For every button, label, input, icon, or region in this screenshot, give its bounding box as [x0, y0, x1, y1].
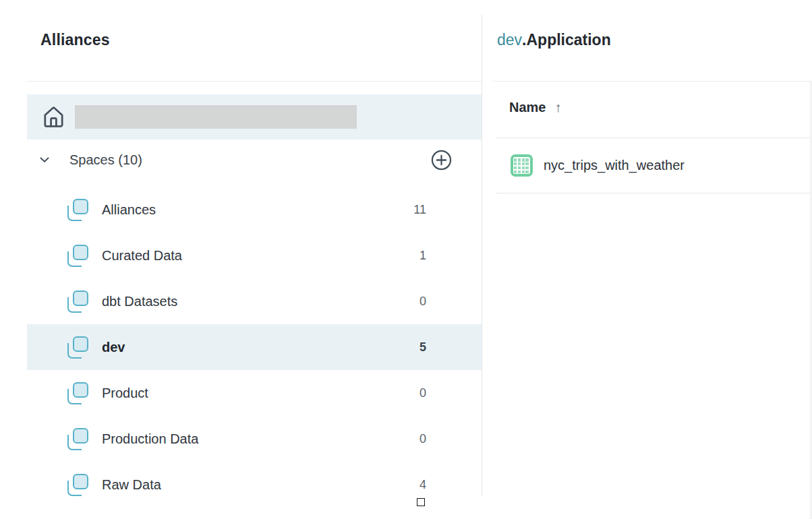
space-icon [67, 245, 88, 267]
space-count: 4 [419, 478, 426, 492]
home-icon [40, 104, 67, 130]
space-row-curated-data[interactable]: Curated Data 1 [27, 233, 482, 278]
spaces-section-label[interactable]: Spaces (10) [69, 152, 142, 168]
sort-ascending-icon: ↑ [554, 100, 561, 115]
space-count: 11 [413, 203, 426, 217]
breadcrumb-entity: Application [526, 31, 610, 49]
space-row-production-data[interactable]: Production Data 0 [27, 416, 482, 462]
stray-square-artifact [417, 498, 425, 506]
space-name: dbt Datasets [102, 294, 177, 309]
space-count: 0 [419, 386, 426, 400]
chevron-down-icon[interactable] [36, 152, 53, 168]
name-column-header[interactable]: Name ↑ [509, 100, 561, 115]
space-row-dev[interactable]: dev 5 [27, 324, 482, 370]
space-name: dev [102, 340, 125, 355]
main-title-divider [492, 81, 812, 82]
add-space-button[interactable] [430, 148, 453, 172]
space-name: Production Data [102, 431, 198, 447]
space-row-product[interactable]: Product 0 [27, 370, 482, 416]
table-icon [511, 154, 533, 177]
redacted-breadcrumb-bar [75, 105, 357, 129]
breadcrumb-space-link[interactable]: dev [497, 31, 522, 49]
space-row-alliances[interactable]: Alliances 11 [27, 187, 482, 233]
space-icon [67, 474, 88, 496]
space-icon [67, 291, 88, 313]
main-panel: dev.Application Name ↑ nyc_trips_with_we… [482, 0, 812, 519]
space-name: Product [102, 386, 148, 401]
dataset-name: nyc_trips_with_weather [544, 158, 685, 173]
home-row[interactable] [27, 94, 482, 140]
dataset-row[interactable]: nyc_trips_with_weather [496, 138, 812, 193]
space-row-raw-data[interactable]: Raw Data 4 [27, 462, 482, 508]
space-icon [67, 428, 88, 450]
sidebar: Alliances Spaces (10) Alliances 11 [0, 0, 482, 519]
space-count: 1 [419, 249, 426, 263]
breadcrumb: dev.Application [497, 31, 611, 49]
sidebar-title: Alliances [40, 31, 110, 49]
space-name: Curated Data [102, 248, 182, 264]
space-icon [67, 336, 88, 359]
spaces-section-header: Spaces (10) [27, 143, 482, 177]
sidebar-title-divider [27, 81, 482, 82]
space-count: 5 [419, 340, 426, 355]
space-row-dbt-datasets[interactable]: dbt Datasets 0 [27, 278, 482, 324]
name-column-label: Name [509, 100, 546, 115]
catalog-app: Alliances Spaces (10) Alliances 11 [0, 0, 812, 519]
space-icon [67, 199, 88, 221]
space-name: Alliances [102, 202, 156, 218]
space-icon [67, 382, 88, 404]
space-list: Alliances 11 Curated Data 1 dbt Datasets… [27, 187, 482, 508]
space-count: 0 [419, 295, 426, 309]
space-count: 0 [419, 432, 426, 446]
space-name: Raw Data [102, 477, 161, 493]
table-row-divider [496, 193, 812, 193]
plus-circle-icon [430, 148, 453, 172]
